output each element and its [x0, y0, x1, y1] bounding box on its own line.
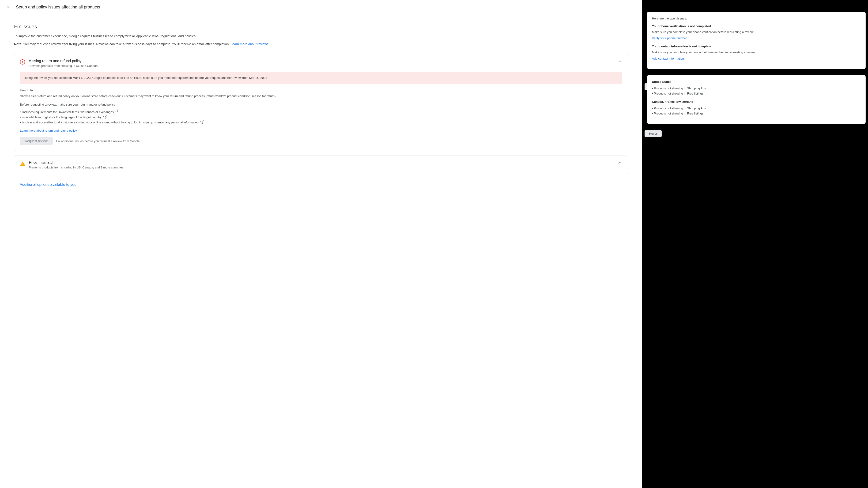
description-text: To improve the customer experience, Goog… [14, 33, 628, 39]
list-item: Products not showing in Shopping Ads [652, 86, 861, 91]
hover-button-2[interactable]: Hover [645, 130, 662, 137]
alert-box: During the review you requested on Mar 1… [20, 72, 622, 84]
tooltip-section-contact: Your contact information is not complete… [652, 44, 861, 61]
header-title: Setup and policy issues affecting all pr… [16, 5, 100, 10]
action-note: Fix additional issues before you request… [56, 139, 140, 143]
before-review-text: Before requesting a review, make sure yo… [20, 102, 622, 107]
tooltip-issue-desc-phone: Make sure you complete your phone verifi… [652, 30, 861, 35]
tooltip-card-1: Here are the open issues: Your phone ver… [647, 12, 866, 69]
tooltip-issue-title-contact: Your contact information is not complete [652, 44, 861, 49]
tooltip-country-bullets-canada: Products not showing in Shopping Ads Pro… [652, 106, 861, 116]
tooltip-country-title-us: United States [652, 80, 861, 84]
tooltip-issue-desc-contact: Make sure you complete your contact info… [652, 50, 861, 55]
list-item: includes requirements for unwanted items… [20, 110, 622, 115]
how-to-fix-label: How to fix [20, 88, 622, 92]
note-text: Note: You may request a review after fix… [14, 41, 628, 47]
issue-header-return-refund: ! Missing return and refund policy Preve… [14, 54, 628, 72]
tooltip-section-phone: Your phone verification is not completed… [652, 24, 861, 41]
tooltip-open-issues-label: Here are the open issues: [652, 16, 861, 21]
main-panel: Setup and policy issues affecting all pr… [0, 0, 642, 488]
chevron-up-icon-2[interactable] [618, 161, 622, 165]
issue-title-price-mismatch: Price mismatch [29, 161, 123, 165]
requirements-list: includes requirements for unwanted items… [20, 110, 622, 125]
additional-options-link[interactable]: Additional options available to you [20, 182, 76, 186]
warning-icon [20, 162, 26, 166]
verify-phone-link[interactable]: Verify your phone number [652, 36, 687, 40]
close-button[interactable] [5, 3, 12, 11]
list-item: Products not showing in Shopping Ads [652, 106, 861, 111]
tooltip-country-title-canada: Canada, France, Switzerland [652, 99, 861, 105]
note-bold: Note [14, 42, 21, 46]
tooltip-section-us: United States Products not showing in Sh… [652, 80, 861, 96]
chevron-up-icon[interactable] [618, 59, 622, 64]
tooltip-country-bullets-us: Products not showing in Shopping Ads Pro… [652, 86, 861, 96]
request-review-button[interactable]: Request review [20, 137, 53, 145]
issue-title-return-refund: Missing return and refund policy [28, 59, 98, 63]
list-item: Products not showing in Free listings [652, 111, 861, 116]
learn-more-return-refund-link[interactable]: Learn more about return and refund polic… [20, 129, 622, 132]
dialog-header: Setup and policy issues affecting all pr… [0, 0, 642, 14]
issue-card-return-refund: ! Missing return and refund policy Preve… [14, 54, 628, 151]
action-row: Request review Fix additional issues bef… [20, 137, 622, 145]
learn-more-reviews-link[interactable]: Learn more about reviews [230, 42, 269, 46]
error-icon: ! [20, 59, 25, 64]
additional-options: Additional options available to you [14, 179, 628, 191]
add-contact-link[interactable]: Add contact information [652, 57, 684, 60]
help-icon-2[interactable]: ? [200, 120, 204, 124]
content-area: Fix issues To improve the customer exper… [0, 14, 642, 488]
tooltip-card-2: United States Products not showing in Sh… [647, 75, 866, 124]
list-item: is available in English or the language … [20, 115, 622, 120]
issue-subtitle-return-refund: Prevents products from showing in US and… [28, 64, 98, 67]
fix-issues-title: Fix issues [14, 24, 628, 30]
how-to-fix-text: Show a clear return and refund policy on… [20, 94, 622, 99]
tooltip-section-canada: Canada, France, Switzerland Products not… [652, 99, 861, 116]
warning-icon-wrapper [20, 161, 26, 166]
list-item: is clear and accessible to all customers… [20, 120, 622, 125]
help-icon-1[interactable]: ? [103, 115, 107, 118]
issue-header-price-mismatch: Price mismatch Prevents products from sh… [14, 156, 628, 174]
issue-card-price-mismatch: Price mismatch Prevents products from sh… [14, 155, 628, 174]
issue-body-return-refund: During the review you requested on Mar 1… [14, 72, 628, 151]
tooltip-issue-title-phone: Your phone verification is not completed [652, 24, 861, 29]
list-item: Products not showing in Free listings [652, 91, 861, 96]
right-side-panel: Hover Here are the open issues: Your pho… [642, 0, 868, 488]
help-icon-0[interactable]: ? [116, 110, 119, 113]
issue-subtitle-price-mismatch: Prevents products from showing in US, Ca… [29, 166, 123, 169]
